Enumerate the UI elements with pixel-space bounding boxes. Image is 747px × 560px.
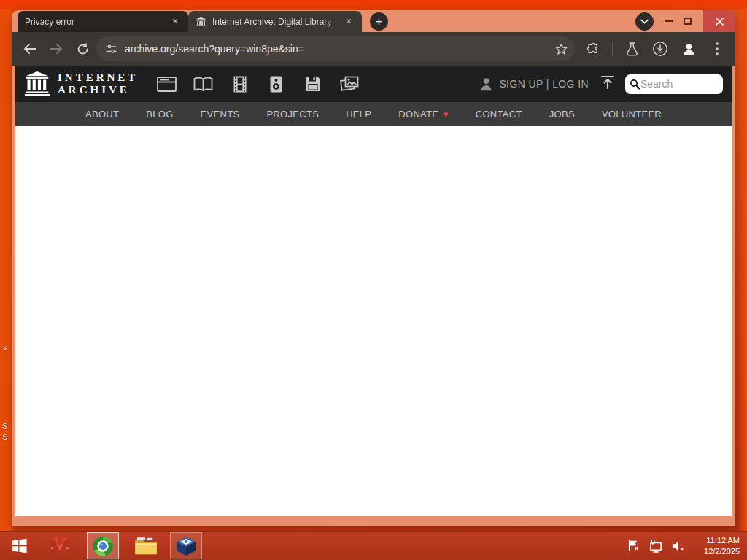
tab-close-icon[interactable]: ✕ (343, 16, 355, 28)
browser-menu-dots-icon[interactable] (708, 39, 727, 58)
back-icon[interactable] (20, 39, 39, 58)
audio-mediatype-icon[interactable] (266, 75, 286, 93)
signup-login-links: SIGN UP | LOG IN (499, 78, 589, 90)
signup-link[interactable]: SIGN UP (499, 78, 543, 90)
desktop-icon-label-fragment: s (3, 343, 7, 351)
nav-projects[interactable]: PROJECTS (266, 109, 319, 120)
tab-strip: Privacy error ✕ Internet Archive: Digita… (12, 10, 735, 32)
internet-archive-header: INTERNET ARCHIVE (15, 66, 732, 102)
nav-events[interactable]: EVENTS (201, 109, 240, 120)
heart-icon: ♥ (443, 109, 448, 120)
reload-icon[interactable] (73, 39, 92, 58)
window-controls (635, 10, 735, 32)
person-icon (478, 76, 495, 93)
taskbar-virtualbox-icon[interactable] (170, 532, 202, 559)
clock-date: 12/2/2025 (697, 546, 740, 556)
video-mediatype-icon[interactable] (230, 75, 249, 93)
software-mediatype-icon[interactable] (303, 75, 322, 93)
header-account-area: SIGN UP | LOG IN (478, 74, 723, 94)
tab-search-chevron-icon[interactable] (635, 12, 654, 31)
site-search-input[interactable] (640, 78, 720, 90)
tab-internet-archive[interactable]: Internet Archive: Digital Library ✕ (188, 11, 362, 32)
url-text[interactable]: archive.org/search?query=win8pe&sin= (125, 43, 554, 55)
internet-archive-favicon-icon (196, 16, 206, 27)
media-type-icons (157, 75, 359, 93)
nav-blog[interactable]: BLOG (146, 109, 173, 120)
upload-icon[interactable] (600, 75, 615, 93)
network-status-icon[interactable] (649, 539, 663, 553)
nav-jobs[interactable]: JOBS (549, 109, 575, 120)
toolbar-right-icons (584, 39, 727, 58)
system-tray: 11:12 AM 12/2/2025 (626, 535, 740, 556)
labs-flask-icon[interactable] (622, 39, 641, 58)
site-settings-tune-icon[interactable] (105, 43, 117, 55)
clock-time: 11:12 AM (697, 535, 740, 545)
web-page: INTERNET ARCHIVE (15, 66, 732, 516)
tab-title: Internet Archive: Digital Library (212, 17, 343, 27)
internet-archive-logo-icon[interactable] (24, 70, 50, 98)
desktop-icon-label-fragment: S (2, 432, 7, 441)
texts-mediatype-icon[interactable] (193, 75, 213, 93)
auth-divider: | (546, 78, 549, 90)
tab-title: Privacy error (25, 17, 169, 27)
taskbar-browser-icon[interactable] (87, 532, 119, 559)
extensions-puzzle-icon[interactable] (584, 39, 603, 58)
wordmark-line2: ARCHIVE (58, 84, 138, 96)
browser-toolbar: archive.org/search?query=win8pe&sin= (12, 32, 735, 66)
address-bar[interactable]: archive.org/search?query=win8pe&sin= (96, 36, 575, 61)
tab-privacy-error[interactable]: Privacy error ✕ (18, 11, 188, 32)
page-blank-content (15, 126, 732, 516)
close-button[interactable] (703, 10, 735, 32)
taskbar-red-app-icon[interactable] (48, 534, 71, 558)
taskbar-file-explorer-icon[interactable] (134, 534, 158, 558)
start-button[interactable] (9, 537, 28, 556)
nav-volunteer[interactable]: VOLUNTEER (602, 109, 662, 120)
taskbar-clock[interactable]: 11:12 AM 12/2/2025 (697, 535, 740, 556)
images-mediatype-icon[interactable] (339, 75, 359, 93)
toolbar-separator (612, 42, 613, 55)
minimize-button[interactable] (665, 20, 673, 22)
windows-taskbar: 11:12 AM 12/2/2025 (0, 531, 747, 560)
bookmark-star-icon[interactable] (554, 42, 568, 56)
site-search-box[interactable] (625, 74, 723, 94)
internet-archive-wordmark[interactable]: INTERNET ARCHIVE (58, 71, 138, 97)
login-link[interactable]: LOG IN (552, 78, 589, 90)
browser-window: Privacy error ✕ Internet Archive: Digita… (12, 10, 735, 526)
search-icon (630, 78, 640, 90)
nav-contact[interactable]: CONTACT (476, 109, 522, 120)
volume-muted-icon[interactable] (671, 539, 686, 553)
nav-help[interactable]: HELP (346, 109, 371, 120)
site-nav: ABOUT BLOG EVENTS PROJECTS HELP DONATE ♥… (15, 102, 732, 126)
tab-close-icon[interactable]: ✕ (169, 16, 181, 28)
wordmark-line1: INTERNET (58, 71, 138, 84)
web-mediatype-icon[interactable] (157, 75, 177, 93)
nav-donate-label: DONATE (398, 109, 438, 120)
downloads-icon[interactable] (651, 39, 670, 58)
new-tab-button[interactable]: + (370, 12, 388, 31)
action-center-flag-icon[interactable] (626, 539, 640, 553)
desktop-icon-label-fragment: S (2, 421, 7, 430)
profile-avatar-icon[interactable] (679, 39, 698, 58)
nav-about[interactable]: ABOUT (85, 109, 119, 120)
maximize-button[interactable] (684, 18, 692, 25)
forward-icon[interactable] (47, 39, 66, 58)
nav-donate[interactable]: DONATE ♥ (398, 109, 448, 120)
